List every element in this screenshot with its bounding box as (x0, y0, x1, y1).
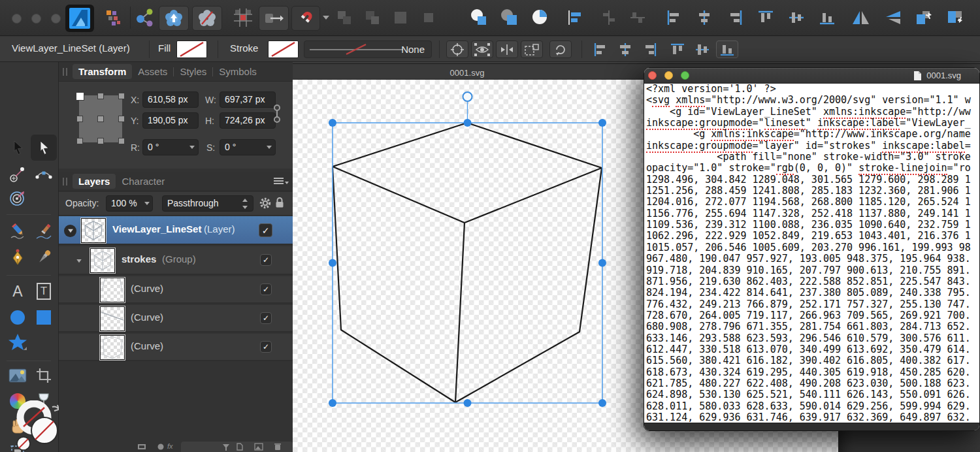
insert-inside-button[interactable] (159, 6, 189, 31)
ctx-align-middle-v-button[interactable] (691, 40, 713, 58)
rotate-ccw-icon[interactable] (912, 7, 934, 29)
layer-thumbnail[interactable] (81, 218, 106, 243)
x-input[interactable]: 610,58 px (142, 91, 199, 108)
layer-row-curve-1[interactable]: (Curve) ✓ (59, 276, 293, 304)
rotation-caret-icon[interactable] (189, 146, 195, 149)
brush-tool[interactable] (33, 220, 55, 242)
rotate-cw-icon[interactable] (943, 7, 966, 29)
stroke-width-widget[interactable]: None (304, 40, 432, 58)
ctx-align-right-button[interactable] (639, 40, 661, 58)
export-arrow-button[interactable] (259, 6, 289, 31)
adjustment-icon[interactable] (157, 444, 165, 450)
point-transform-tool[interactable] (7, 163, 29, 186)
node-editor-tool[interactable] (33, 163, 55, 186)
tab-transform[interactable]: Transform (73, 64, 132, 79)
align-middle-v-icon[interactable] (785, 7, 808, 29)
opacity-caret-icon[interactable] (144, 202, 150, 205)
tab-styles[interactable]: Styles (174, 64, 212, 79)
pen-tool[interactable] (7, 246, 29, 268)
blend-stepper-icon[interactable] (242, 199, 248, 209)
shear-caret-icon[interactable] (267, 146, 272, 149)
layer-thumbnail[interactable] (90, 248, 115, 273)
tab-character[interactable]: Character (116, 174, 171, 189)
tab-symbols[interactable]: Symbols (213, 64, 263, 79)
editor-close-button[interactable] (648, 71, 657, 80)
anchor-top-right[interactable] (118, 93, 125, 99)
boolean-divide-icon[interactable] (529, 7, 551, 29)
anchor-center[interactable] (97, 116, 104, 122)
layer-row-strokes[interactable]: strokes (Group) ✓ (59, 246, 293, 275)
panel-grip-icon[interactable] (63, 178, 67, 186)
layer-visibility-checkbox[interactable]: ✓ (260, 254, 272, 266)
text-editor-window[interactable]: 0001.svg <?xml version='1.0' ?><svg xmln… (644, 67, 980, 431)
layer-settings-gear-icon[interactable] (259, 197, 272, 210)
node-tool[interactable] (33, 137, 55, 159)
editor-minimize-button[interactable] (664, 71, 673, 80)
ctx-align-left-button[interactable] (589, 40, 612, 58)
panel-grip-icon[interactable] (63, 68, 67, 76)
layer-row-curve-2[interactable]: (Curve) ✓ (59, 305, 293, 332)
y-input[interactable]: 190,05 px (142, 112, 199, 129)
align-right-icon[interactable] (724, 7, 746, 29)
layer-visibility-checkbox[interactable]: ✓ (260, 341, 272, 353)
crop-tool[interactable] (33, 364, 55, 387)
cycle-selection-box-button[interactable] (549, 40, 572, 58)
new-image-icon[interactable] (254, 443, 263, 451)
mask-layer-icon[interactable] (137, 444, 146, 450)
boolean-add-icon[interactable] (468, 7, 490, 29)
layer-visibility-checkbox[interactable]: ✓ (260, 283, 272, 295)
h-input[interactable]: 724,26 px (220, 112, 276, 129)
boolean-subtract-icon[interactable] (498, 7, 521, 29)
pixel-grid-icon[interactable] (103, 7, 125, 29)
ctx-align-center-h-button[interactable] (614, 40, 636, 58)
color-picker-tool[interactable] (33, 246, 55, 268)
anchor-mid-left[interactable] (76, 116, 83, 122)
window-minimize-button[interactable] (31, 14, 41, 24)
anchor-top-left[interactable] (76, 92, 84, 101)
snapping-dropdown-caret[interactable] (323, 16, 329, 20)
layer-thumbnail[interactable] (100, 278, 125, 302)
editor-content[interactable]: <?xml version='1.0' ?><svg xmlns="http:/… (644, 84, 979, 424)
anchor-bottom-left[interactable] (76, 138, 83, 144)
funnel-icon[interactable] (222, 444, 230, 451)
snap-grid-icon[interactable] (232, 7, 254, 29)
editor-titlebar[interactable]: 0001.svg (644, 68, 979, 84)
align-bottom-icon[interactable] (816, 7, 838, 29)
show-selection-button[interactable] (471, 40, 493, 58)
tab-assets[interactable]: Assets (132, 64, 173, 79)
window-close-button[interactable] (12, 14, 22, 24)
panel-menu-icon[interactable] (274, 178, 284, 179)
mirror-button[interactable] (496, 40, 518, 58)
frame-text-tool[interactable]: T (33, 280, 55, 302)
disclosure-icon[interactable] (76, 259, 82, 263)
layer-thumbnail[interactable] (100, 306, 125, 331)
pencil-tool[interactable] (7, 220, 29, 242)
snap-target-button[interactable] (446, 40, 468, 58)
layer-thumbnail[interactable] (100, 335, 125, 360)
transform-objects-separately-button[interactable] (521, 40, 543, 58)
lock-icon[interactable] (274, 196, 285, 209)
anchor-mid-right[interactable] (118, 116, 125, 122)
link-dimensions-icon[interactable] (272, 103, 282, 126)
align-left-icon[interactable] (663, 7, 685, 29)
anchor-selector[interactable] (76, 92, 125, 146)
insert-replace-button[interactable] (192, 6, 222, 31)
tab-layers[interactable]: Layers (73, 174, 116, 189)
blend-mode-dropdown[interactable]: Passthrough (162, 195, 253, 212)
ctx-align-top-button[interactable] (666, 40, 689, 58)
new-page-icon[interactable] (236, 443, 244, 451)
fill-stroke-indicator[interactable] (12, 400, 59, 451)
fill-swatch-none[interactable] (176, 40, 207, 58)
flip-horizontal-icon[interactable] (850, 7, 872, 29)
ctx-align-bottom-button[interactable] (716, 40, 738, 58)
stroke-swatch-none[interactable] (268, 40, 299, 58)
align-center-h-icon[interactable] (693, 7, 715, 29)
artistic-text-tool[interactable]: A (7, 280, 29, 302)
rectangle-tool[interactable] (33, 306, 55, 329)
flip-vertical-icon[interactable] (881, 7, 904, 29)
anchor-top-center[interactable] (97, 93, 104, 99)
anchor-bottom-right[interactable] (118, 138, 125, 144)
window-zoom-button[interactable] (51, 14, 61, 24)
layer-row-curve-3[interactable]: (Curve) ✓ (59, 334, 293, 361)
distribute-icon[interactable] (564, 7, 586, 29)
